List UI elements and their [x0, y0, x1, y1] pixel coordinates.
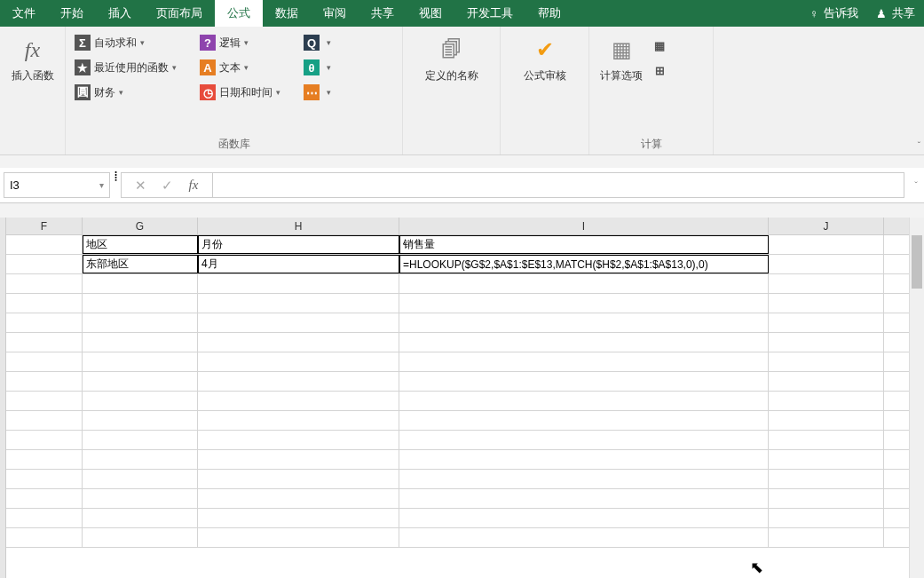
expand-formula-bar-button[interactable]: ˇ — [908, 168, 924, 202]
spreadsheet-grid[interactable]: F G H I J 地区 月份 销售量 东部地区 4月 =HLOOKUP($G$… — [0, 218, 924, 578]
cell[interactable] — [6, 411, 83, 430]
cell[interactable] — [198, 313, 399, 332]
vertical-scrollbar[interactable] — [909, 218, 924, 578]
cell[interactable] — [6, 450, 83, 469]
cell[interactable] — [769, 509, 884, 527]
col-hdr[interactable]: J — [769, 218, 884, 234]
cell[interactable] — [399, 411, 769, 430]
lookup-button[interactable]: Q ▾ — [300, 30, 335, 55]
finance-button[interactable]: 圓 财务 ▾ — [71, 80, 180, 105]
tab-help[interactable]: 帮助 — [525, 0, 573, 27]
col-hdr[interactable]: F — [6, 218, 83, 234]
cell[interactable] — [769, 372, 884, 391]
cell[interactable] — [83, 352, 198, 371]
cell[interactable] — [198, 274, 399, 293]
cell[interactable] — [83, 372, 198, 391]
calc-options-button[interactable]: ▦ 计算选项 — [595, 30, 648, 87]
cell[interactable] — [6, 352, 83, 371]
cell[interactable]: 东部地区 — [83, 255, 198, 273]
cell[interactable] — [83, 274, 198, 293]
tab-review[interactable]: 审阅 — [311, 0, 359, 27]
cell[interactable] — [769, 431, 884, 449]
logic-button[interactable]: ? 逻辑 ▾ — [196, 30, 284, 55]
cell[interactable] — [6, 392, 83, 410]
cell[interactable] — [6, 294, 83, 313]
datetime-button[interactable]: ◷ 日期和时间 ▾ — [196, 80, 284, 105]
cell[interactable] — [769, 352, 884, 371]
cell[interactable] — [83, 294, 198, 313]
insert-function-button[interactable]: fx 插入函数 — [5, 30, 59, 87]
cell[interactable] — [83, 313, 198, 332]
cell[interactable] — [399, 392, 769, 410]
cell[interactable]: 4月 — [198, 255, 399, 273]
cell[interactable] — [198, 431, 399, 449]
cell[interactable] — [399, 333, 769, 352]
cell[interactable]: 月份 — [198, 235, 399, 254]
cell[interactable]: 地区 — [83, 235, 198, 254]
cell[interactable] — [198, 333, 399, 352]
cell[interactable] — [6, 313, 83, 332]
cell[interactable] — [6, 431, 83, 449]
cell[interactable] — [769, 333, 884, 352]
tab-dev[interactable]: 开发工具 — [454, 0, 525, 27]
scrollbar-thumb[interactable] — [912, 235, 922, 289]
col-hdr[interactable]: I — [399, 218, 769, 234]
calc-sheet-button[interactable]: ⊞ — [648, 59, 675, 83]
defined-names-button[interactable]: 🗐 定义的名称 — [408, 30, 494, 87]
cell[interactable] — [769, 235, 884, 254]
cell[interactable] — [769, 274, 884, 293]
cell[interactable] — [83, 470, 198, 488]
collapse-ribbon-button[interactable]: ˇ — [918, 141, 920, 151]
tab-view[interactable]: 视图 — [407, 0, 454, 27]
cell[interactable] — [83, 392, 198, 410]
cell[interactable] — [6, 235, 83, 254]
cell[interactable] — [6, 528, 83, 547]
cell[interactable] — [83, 509, 198, 527]
math-button[interactable]: θ ▾ — [300, 55, 335, 80]
cell[interactable] — [399, 294, 769, 313]
cell[interactable] — [198, 450, 399, 469]
cell[interactable] — [769, 489, 884, 508]
cell[interactable] — [198, 352, 399, 371]
tab-layout[interactable]: 页面布局 — [144, 0, 215, 27]
cell[interactable] — [6, 333, 83, 352]
cell[interactable] — [399, 313, 769, 332]
cell[interactable] — [83, 489, 198, 508]
cell[interactable] — [399, 470, 769, 488]
cell[interactable] — [83, 450, 198, 469]
cell[interactable] — [198, 470, 399, 488]
cell[interactable] — [6, 489, 83, 508]
formula-audit-button[interactable]: ✔ 公式审核 — [506, 30, 583, 87]
cell[interactable] — [6, 372, 83, 391]
tab-insert[interactable]: 插入 — [96, 0, 144, 27]
cell[interactable] — [399, 489, 769, 508]
cell[interactable] — [399, 450, 769, 469]
autosum-button[interactable]: Σ 自动求和 ▾ — [71, 30, 180, 55]
cancel-button[interactable]: ✕ — [127, 178, 154, 194]
cell[interactable] — [769, 313, 884, 332]
tab-home[interactable]: 开始 — [48, 0, 96, 27]
cell[interactable] — [198, 489, 399, 508]
cell[interactable] — [198, 294, 399, 313]
cell[interactable] — [6, 509, 83, 527]
col-hdr[interactable]: G — [83, 218, 198, 234]
cell[interactable] — [6, 274, 83, 293]
cell[interactable] — [769, 294, 884, 313]
cell[interactable] — [769, 392, 884, 410]
more-fn-button[interactable]: ⋯ ▾ — [300, 80, 335, 105]
share-button[interactable]: ♟ 共享 — [867, 0, 924, 27]
cell[interactable] — [769, 528, 884, 547]
cell[interactable]: 销售量 — [399, 235, 769, 254]
tab-data[interactable]: 数据 — [263, 0, 311, 27]
tab-file[interactable]: 文件 — [0, 0, 48, 27]
cell[interactable] — [6, 255, 83, 273]
recent-fn-button[interactable]: ★ 最近使用的函数 ▾ — [71, 55, 180, 80]
cell[interactable] — [769, 450, 884, 469]
tab-share[interactable]: 共享 — [359, 0, 407, 27]
cell[interactable] — [399, 372, 769, 391]
cell[interactable] — [399, 431, 769, 449]
cell[interactable] — [769, 411, 884, 430]
calc-now-button[interactable]: ▦ — [648, 34, 675, 59]
cell[interactable]: =HLOOKUP($G$2,$A$1:$E$13,MATCH($H$2,$A$1… — [399, 255, 769, 273]
text-button[interactable]: A 文本 ▾ — [196, 55, 284, 80]
